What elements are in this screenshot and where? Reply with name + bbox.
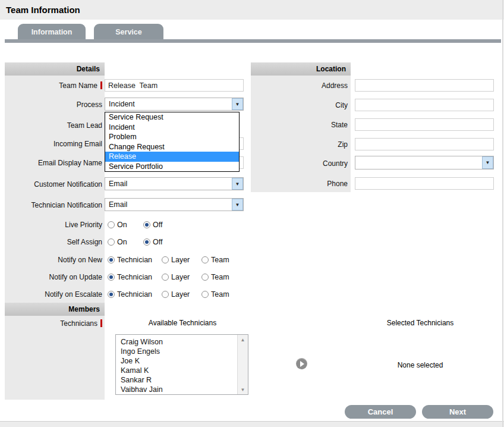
process-option[interactable]: Change Request [105,142,239,152]
notify-new-layer-option-label: Layer [171,256,190,264]
state-input[interactable] [355,118,494,131]
move-right-button[interactable] [296,358,307,369]
customer-notification-select[interactable]: Email ▼ [105,177,244,190]
self-assign-off-radio[interactable] [143,238,150,246]
technician-option[interactable]: Ingo Engels [116,347,237,356]
live-priority-on-radio[interactable] [108,221,115,228]
notify-on-new-label: Notify on New [5,255,107,264]
tab-service[interactable]: Service [94,24,163,40]
chevron-down-icon[interactable]: ▼ [232,98,243,110]
tab-information-label: Information [32,28,73,36]
process-option[interactable]: Service Portfolio [105,162,239,172]
cancel-button-label: Cancel [368,407,393,416]
notify-new-team-option-label: Team [211,256,229,264]
required-marker [100,319,102,327]
notify-escalate-layer-option-label: Layer [171,290,190,299]
notify-new-technician-radio[interactable] [108,256,115,263]
zip-input[interactable] [355,138,494,150]
notify-escalate-layer-radio[interactable] [162,291,169,298]
notify-update-layer-radio[interactable] [162,274,169,281]
tab-information[interactable]: Information [18,24,86,40]
notify-update-layer-option-label: Layer [171,273,190,281]
process-option[interactable]: Release [105,152,239,162]
listbox-scrollbar[interactable]: ▲ ▼ [237,335,248,394]
page-title: Team Information [0,5,80,15]
technician-notification-select[interactable]: Email ▼ [105,198,244,211]
technician-option[interactable]: Vaibhav Jain [116,385,237,394]
live-priority-label: Live Priority [5,220,107,229]
live-priority-off-option-label: Off [153,221,162,229]
details-label-column [5,62,105,400]
country-select[interactable]: ▼ [355,156,494,169]
customer-notification-label: Customer Notification [5,180,107,189]
technician-notification-label: Technician Notification [5,200,107,209]
technician-option[interactable]: Joe K [116,356,237,366]
team-name-input[interactable] [105,79,244,92]
live-priority-on-option-label: On [117,221,127,229]
scroll-up-icon[interactable]: ▲ [238,335,248,344]
scroll-down-icon[interactable]: ▼ [238,385,248,394]
process-dropdown-list: Service Request Incident Problem Change … [105,112,240,172]
details-section-title: Details [77,65,105,73]
tab-underline-bar [5,39,501,43]
phone-label: Phone [251,179,351,188]
self-assign-on-radio[interactable] [108,238,115,246]
notify-escalate-team-radio[interactable] [201,291,209,298]
none-selected-text: None selected [355,361,486,369]
arrow-right-icon [300,361,304,367]
notify-on-update-label: Notify on Update [5,272,107,281]
notify-escalate-technician-option-label: Technician [117,290,152,299]
notify-escalate-technician-radio[interactable] [108,291,115,298]
notify-new-team-radio[interactable] [201,256,209,263]
notify-update-team-option-label: Team [211,273,229,281]
process-option[interactable]: Service Request [105,112,239,123]
notify-escalate-team-option-label: Team [211,290,229,299]
footer-bar [0,421,504,427]
process-select[interactable]: Incident ▼ [105,98,244,111]
process-option[interactable]: Incident [105,123,239,133]
notify-on-escalate-label: Notify on Escalate [5,290,107,299]
notify-new-layer-radio[interactable] [162,256,169,263]
zip-label: Zip [251,140,351,149]
technician-option[interactable]: Craig Wilson [116,337,237,347]
required-marker [100,81,102,89]
chevron-down-icon[interactable]: ▼ [232,199,243,211]
process-select-value: Incident [105,98,232,110]
team-information-page: Team Information Information Service Det… [0,0,504,427]
available-technicians-list: Craig Wilson Ingo Engels Joe K Kamal K S… [116,335,237,394]
tab-service-label: Service [115,28,141,36]
location-section-header: Location [251,62,351,76]
chevron-down-icon[interactable]: ▼ [482,156,493,169]
phone-input[interactable] [355,177,494,190]
city-input[interactable] [355,99,494,111]
process-label: Process [5,100,107,109]
notify-update-technician-radio[interactable] [108,274,115,281]
team-name-label: Team Name [5,81,102,90]
chevron-down-icon[interactable]: ▼ [232,178,243,190]
technician-option[interactable]: Sankar R [116,375,237,385]
process-option[interactable]: Problem [105,132,239,142]
next-button-label: Next [449,407,466,416]
notify-update-team-radio[interactable] [201,274,209,281]
customer-notification-value: Email [105,178,232,190]
available-technicians-listbox[interactable]: Craig Wilson Ingo Engels Joe K Kamal K S… [115,334,248,395]
technicians-label: Technicians [5,319,102,328]
country-label: Country [251,159,351,168]
team-lead-label: Team Lead [5,121,107,130]
available-technicians-title: Available Technicians [116,319,248,327]
next-button[interactable]: Next [422,405,493,419]
self-assign-off-option-label: Off [153,238,162,246]
technician-notification-value: Email [105,199,232,211]
state-label: State [251,120,351,129]
self-assign-label: Self Assign [5,237,107,246]
address-input[interactable] [355,79,494,92]
page-header: Team Information [0,0,504,20]
email-display-name-label: Email Display Name [5,158,107,167]
technician-option[interactable]: Kamal K [116,366,237,375]
self-assign-on-option-label: On [117,238,127,246]
live-priority-off-radio[interactable] [143,221,150,228]
members-section-title: Members [68,305,105,313]
notify-update-technician-option-label: Technician [117,273,152,281]
country-select-value [355,156,482,169]
cancel-button[interactable]: Cancel [345,405,416,419]
